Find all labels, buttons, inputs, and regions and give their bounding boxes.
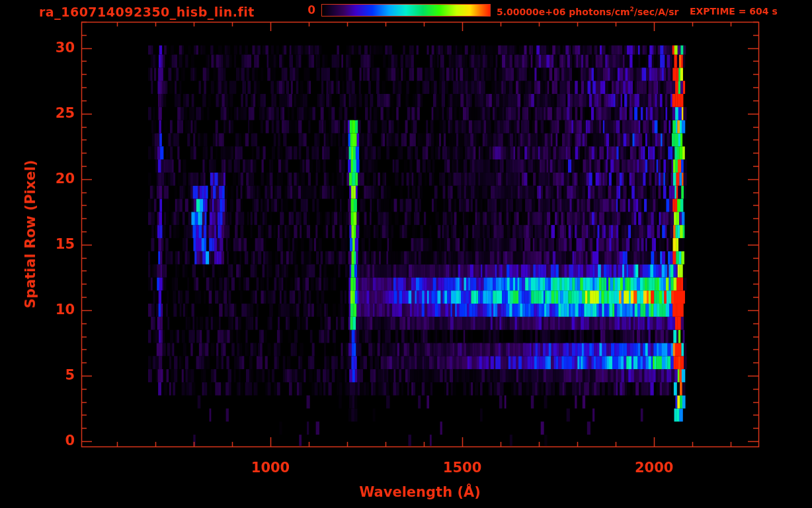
y-axis-tick-label: 0 — [65, 433, 75, 448]
y-axis-tick-label: 25 — [56, 105, 75, 121]
y-axis-tick-label: 10 — [56, 302, 75, 318]
exptime-label: EXPTIME = 604 s — [690, 6, 778, 17]
x-axis-tick-label: 1000 — [251, 460, 290, 476]
y-axis-tick-label: 20 — [56, 171, 75, 187]
colorbar-min-label: 0 — [298, 4, 315, 17]
fits-spectral-viewer-window: ra_160714092350_hisb_lin.fit 0 5.00000e+… — [0, 0, 812, 508]
colorbar-max-suffix: /sec/A/sr — [634, 7, 679, 17]
y-axis-tick-label: 5 — [65, 367, 75, 383]
y-axis-tick-label: 15 — [56, 236, 75, 252]
spectral-image-heatmap — [0, 0, 812, 508]
x-axis-tick-label: 1500 — [443, 460, 481, 476]
x-axis-title: Wavelength (Å) — [359, 484, 481, 500]
colorbar-max-prefix: 5.00000e+06 photons/cm — [497, 7, 630, 17]
filename-title: ra_160714092350_hisb_lin.fit — [39, 5, 255, 20]
colorbar-gradient — [321, 4, 491, 17]
colorbar-max-label: 5.00000e+06 photons/cm2/sec/A/sr — [497, 6, 678, 17]
y-axis-title: Spatial Row (Pixel) — [22, 160, 38, 308]
x-axis-tick-label: 2000 — [635, 460, 673, 476]
y-axis-tick-label: 30 — [56, 40, 75, 56]
